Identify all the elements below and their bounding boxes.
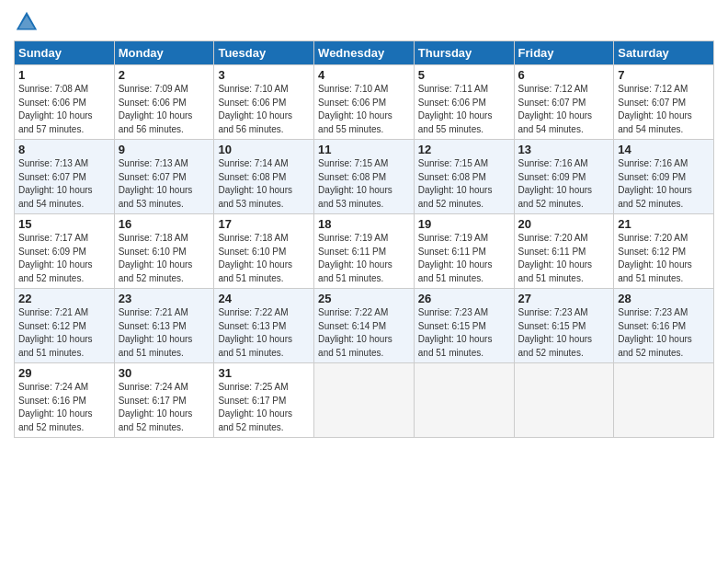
calendar-day-cell: 30Sunrise: 7:24 AMSunset: 6:17 PMDayligh… (114, 363, 214, 438)
calendar-week-row: 15Sunrise: 7:17 AMSunset: 6:09 PMDayligh… (15, 214, 714, 289)
day-number: 30 (119, 366, 210, 380)
logo-icon (14, 9, 40, 35)
day-number: 11 (318, 143, 410, 156)
day-number: 4 (318, 68, 410, 82)
day-info: Sunrise: 7:10 AMSunset: 6:06 PMDaylight:… (318, 84, 392, 134)
day-number: 3 (218, 68, 310, 82)
day-number: 10 (218, 143, 310, 156)
day-number: 12 (418, 143, 510, 156)
day-info: Sunrise: 7:20 AMSunset: 6:11 PMDaylight:… (518, 233, 593, 283)
day-info: Sunrise: 7:21 AMSunset: 6:12 PMDaylight:… (18, 307, 93, 358)
day-info: Sunrise: 7:13 AMSunset: 6:07 PMDaylight:… (18, 158, 93, 209)
calendar-week-row: 29Sunrise: 7:24 AMSunset: 6:16 PMDayligh… (15, 363, 714, 438)
day-number: 19 (418, 217, 510, 231)
calendar-day-cell (414, 363, 514, 438)
calendar-day-cell: 29Sunrise: 7:24 AMSunset: 6:16 PMDayligh… (15, 363, 115, 438)
day-info: Sunrise: 7:18 AMSunset: 6:10 PMDaylight:… (119, 233, 193, 283)
day-info: Sunrise: 7:14 AMSunset: 6:08 PMDaylight:… (218, 158, 292, 209)
day-info: Sunrise: 7:17 AMSunset: 6:09 PMDaylight:… (18, 233, 93, 283)
day-number: 29 (18, 366, 110, 380)
calendar-day-cell: 10Sunrise: 7:14 AMSunset: 6:08 PMDayligh… (214, 140, 314, 214)
calendar-day-cell: 13Sunrise: 7:16 AMSunset: 6:09 PMDayligh… (514, 140, 614, 214)
calendar-week-row: 22Sunrise: 7:21 AMSunset: 6:12 PMDayligh… (15, 289, 714, 363)
calendar-day-cell: 23Sunrise: 7:21 AMSunset: 6:13 PMDayligh… (114, 289, 214, 363)
day-number: 24 (218, 292, 310, 305)
day-number: 23 (119, 292, 210, 305)
day-number: 8 (18, 143, 110, 156)
day-number: 2 (119, 68, 210, 82)
day-info: Sunrise: 7:08 AMSunset: 6:06 PMDaylight:… (18, 84, 93, 134)
day-number: 21 (618, 217, 710, 231)
calendar-day-cell: 24Sunrise: 7:22 AMSunset: 6:13 PMDayligh… (214, 289, 314, 363)
calendar-day-cell: 6Sunrise: 7:12 AMSunset: 6:07 PMDaylight… (514, 65, 614, 140)
day-info: Sunrise: 7:25 AMSunset: 6:17 PMDaylight:… (218, 382, 292, 432)
day-info: Sunrise: 7:11 AMSunset: 6:06 PMDaylight:… (418, 84, 493, 134)
calendar-day-cell: 5Sunrise: 7:11 AMSunset: 6:06 PMDaylight… (414, 65, 514, 140)
calendar-week-row: 8Sunrise: 7:13 AMSunset: 6:07 PMDaylight… (15, 140, 714, 214)
day-number: 25 (318, 292, 410, 305)
calendar-day-cell: 8Sunrise: 7:13 AMSunset: 6:07 PMDaylight… (15, 140, 115, 214)
day-number: 18 (318, 217, 410, 231)
weekday-header-tuesday: Tuesday (214, 41, 314, 65)
calendar-day-cell: 7Sunrise: 7:12 AMSunset: 6:07 PMDaylight… (614, 65, 714, 140)
day-info: Sunrise: 7:16 AMSunset: 6:09 PMDaylight:… (518, 158, 593, 209)
day-number: 9 (119, 143, 210, 156)
weekday-header-saturday: Saturday (614, 41, 714, 65)
calendar-day-cell: 15Sunrise: 7:17 AMSunset: 6:09 PMDayligh… (15, 214, 115, 289)
weekday-header-thursday: Thursday (414, 41, 514, 65)
calendar-day-cell: 1Sunrise: 7:08 AMSunset: 6:06 PMDaylight… (15, 65, 115, 140)
calendar-day-cell: 26Sunrise: 7:23 AMSunset: 6:15 PMDayligh… (414, 289, 514, 363)
calendar-day-cell: 31Sunrise: 7:25 AMSunset: 6:17 PMDayligh… (214, 363, 314, 438)
calendar-day-cell: 4Sunrise: 7:10 AMSunset: 6:06 PMDaylight… (314, 65, 415, 140)
day-info: Sunrise: 7:19 AMSunset: 6:11 PMDaylight:… (418, 233, 493, 283)
calendar-day-cell: 9Sunrise: 7:13 AMSunset: 6:07 PMDaylight… (114, 140, 214, 214)
day-info: Sunrise: 7:23 AMSunset: 6:15 PMDaylight:… (418, 307, 493, 358)
day-info: Sunrise: 7:12 AMSunset: 6:07 PMDaylight:… (518, 84, 593, 134)
day-info: Sunrise: 7:19 AMSunset: 6:11 PMDaylight:… (318, 233, 392, 283)
calendar-day-cell: 3Sunrise: 7:10 AMSunset: 6:06 PMDaylight… (214, 65, 314, 140)
day-number: 28 (618, 292, 710, 305)
calendar-day-cell (614, 363, 714, 438)
day-number: 26 (418, 292, 510, 305)
calendar-day-cell (314, 363, 415, 438)
day-number: 6 (518, 68, 610, 82)
calendar-day-cell: 19Sunrise: 7:19 AMSunset: 6:11 PMDayligh… (414, 214, 514, 289)
day-info: Sunrise: 7:22 AMSunset: 6:14 PMDaylight:… (318, 307, 392, 358)
calendar-day-cell: 12Sunrise: 7:15 AMSunset: 6:08 PMDayligh… (414, 140, 514, 214)
day-number: 15 (18, 217, 110, 231)
day-info: Sunrise: 7:13 AMSunset: 6:07 PMDaylight:… (119, 158, 193, 209)
day-number: 1 (18, 68, 110, 82)
day-number: 13 (518, 143, 610, 156)
calendar-day-cell: 14Sunrise: 7:16 AMSunset: 6:09 PMDayligh… (614, 140, 714, 214)
day-info: Sunrise: 7:24 AMSunset: 6:17 PMDaylight:… (119, 382, 193, 432)
calendar-day-cell: 16Sunrise: 7:18 AMSunset: 6:10 PMDayligh… (114, 214, 214, 289)
day-info: Sunrise: 7:09 AMSunset: 6:06 PMDaylight:… (119, 84, 193, 134)
header (14, 9, 714, 35)
day-number: 31 (218, 366, 310, 380)
day-number: 20 (518, 217, 610, 231)
logo (14, 9, 43, 35)
day-number: 7 (618, 68, 710, 82)
day-number: 5 (418, 68, 510, 82)
calendar-day-cell: 17Sunrise: 7:18 AMSunset: 6:10 PMDayligh… (214, 214, 314, 289)
weekday-header-sunday: Sunday (15, 41, 115, 65)
day-number: 16 (119, 217, 210, 231)
day-info: Sunrise: 7:21 AMSunset: 6:13 PMDaylight:… (119, 307, 193, 358)
day-number: 27 (518, 292, 610, 305)
day-info: Sunrise: 7:24 AMSunset: 6:16 PMDaylight:… (18, 382, 93, 432)
calendar-day-cell: 20Sunrise: 7:20 AMSunset: 6:11 PMDayligh… (514, 214, 614, 289)
calendar-day-cell (514, 363, 614, 438)
calendar-day-cell: 28Sunrise: 7:23 AMSunset: 6:16 PMDayligh… (614, 289, 714, 363)
calendar-day-cell: 27Sunrise: 7:23 AMSunset: 6:15 PMDayligh… (514, 289, 614, 363)
day-info: Sunrise: 7:18 AMSunset: 6:10 PMDaylight:… (218, 233, 292, 283)
weekday-header-row: SundayMondayTuesdayWednesdayThursdayFrid… (15, 41, 714, 65)
weekday-header-wednesday: Wednesday (314, 41, 415, 65)
calendar-day-cell: 21Sunrise: 7:20 AMSunset: 6:12 PMDayligh… (614, 214, 714, 289)
calendar-week-row: 1Sunrise: 7:08 AMSunset: 6:06 PMDaylight… (15, 65, 714, 140)
day-info: Sunrise: 7:23 AMSunset: 6:15 PMDaylight:… (518, 307, 593, 358)
calendar-table: SundayMondayTuesdayWednesdayThursdayFrid… (14, 40, 714, 438)
calendar-day-cell: 25Sunrise: 7:22 AMSunset: 6:14 PMDayligh… (314, 289, 415, 363)
day-info: Sunrise: 7:22 AMSunset: 6:13 PMDaylight:… (218, 307, 292, 358)
calendar-day-cell: 18Sunrise: 7:19 AMSunset: 6:11 PMDayligh… (314, 214, 415, 289)
weekday-header-friday: Friday (514, 41, 614, 65)
